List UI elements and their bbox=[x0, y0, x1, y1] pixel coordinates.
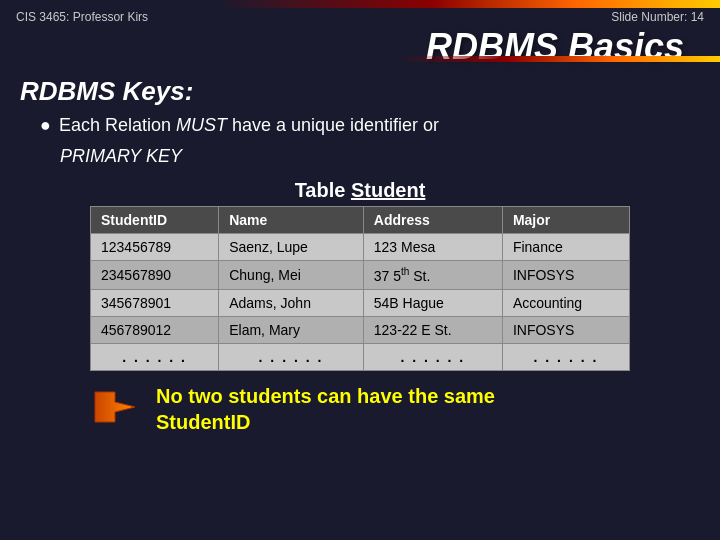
bottom-message: No two students can have the same Studen… bbox=[156, 383, 495, 435]
col-header-name: Name bbox=[219, 207, 364, 234]
cell-major: Finance bbox=[502, 234, 629, 261]
title-accent-bar bbox=[400, 56, 720, 62]
cell-address: 123 Mesa bbox=[363, 234, 502, 261]
cell-address: 37 5th St. bbox=[363, 261, 502, 290]
cell-dots: . . . . . . bbox=[363, 344, 502, 371]
table-row: 234567890 Chung, Mei 37 5th St. INFOSYS bbox=[91, 261, 630, 290]
section-heading: RDBMS Keys: bbox=[0, 68, 720, 107]
cell-studentid: 123456789 bbox=[91, 234, 219, 261]
cell-dots: . . . . . . bbox=[91, 344, 219, 371]
slide-number: Slide Number: 14 bbox=[611, 10, 704, 24]
cell-studentid: 345678901 bbox=[91, 290, 219, 317]
cell-dots: . . . . . . bbox=[219, 344, 364, 371]
cell-name: Saenz, Lupe bbox=[219, 234, 364, 261]
col-header-address: Address bbox=[363, 207, 502, 234]
course-label: CIS 3465: Professor Kirs bbox=[16, 10, 148, 24]
slide: CIS 3465: Professor Kirs Slide Number: 1… bbox=[0, 0, 720, 540]
bullet-must: MUST bbox=[176, 115, 227, 135]
table-header-row: StudentID Name Address Major bbox=[91, 207, 630, 234]
bottom-line2: StudentID bbox=[156, 409, 495, 435]
table-row: 345678901 Adams, John 54B Hague Accounti… bbox=[91, 290, 630, 317]
cell-address: 54B Hague bbox=[363, 290, 502, 317]
col-header-studentid: StudentID bbox=[91, 207, 219, 234]
bottom-line1: No two students can have the same bbox=[156, 383, 495, 409]
arrow-container bbox=[90, 387, 140, 431]
cell-major: INFOSYS bbox=[502, 317, 629, 344]
bullet-text: Each Relation MUST have a unique identif… bbox=[59, 115, 439, 135]
col-header-major: Major bbox=[502, 207, 629, 234]
table-row: 123456789 Saenz, Lupe 123 Mesa Finance bbox=[91, 234, 630, 261]
student-table: StudentID Name Address Major 123456789 S… bbox=[90, 206, 630, 371]
bullet-dot: ● bbox=[40, 115, 51, 135]
table-row-dots: . . . . . . . . . . . . . . . . . . . . … bbox=[91, 344, 630, 371]
bullet-line2: PRIMARY KEY bbox=[0, 138, 720, 169]
cell-major: Accounting bbox=[502, 290, 629, 317]
bullet-point: ●Each Relation MUST have a unique identi… bbox=[0, 107, 720, 138]
bottom-section: No two students can have the same Studen… bbox=[0, 383, 720, 435]
table-caption: Table Student bbox=[0, 179, 720, 202]
cell-studentid: 234567890 bbox=[91, 261, 219, 290]
cell-address: 123-22 E St. bbox=[363, 317, 502, 344]
cell-major: INFOSYS bbox=[502, 261, 629, 290]
arrow-icon bbox=[90, 387, 140, 427]
header-accent-bar bbox=[0, 0, 720, 8]
cell-studentid: 456789012 bbox=[91, 317, 219, 344]
cell-name: Elam, Mary bbox=[219, 317, 364, 344]
title-section: RDBMS Basics bbox=[0, 26, 720, 68]
cell-name: Chung, Mei bbox=[219, 261, 364, 290]
cell-name: Adams, John bbox=[219, 290, 364, 317]
cell-dots: . . . . . . bbox=[502, 344, 629, 371]
table-container: StudentID Name Address Major 123456789 S… bbox=[90, 206, 630, 371]
table-row: 456789012 Elam, Mary 123-22 E St. INFOSY… bbox=[91, 317, 630, 344]
svg-marker-0 bbox=[95, 392, 135, 422]
